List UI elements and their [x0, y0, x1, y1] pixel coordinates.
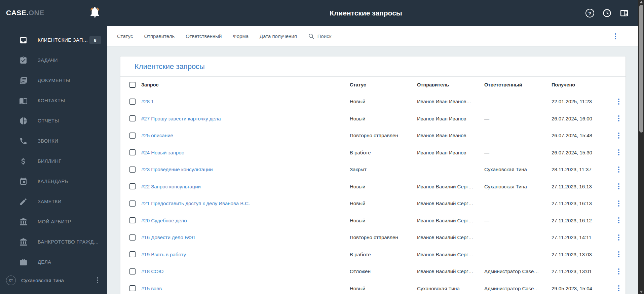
request-sender: Иванов Василий Серг… — [417, 234, 484, 240]
sidebar-nav: КЛИЕНТСКИЕ ЗАПРОСЫ 8 ЗАДАЧИ ДОКУМЕНТЫ КО… — [0, 30, 107, 272]
sidebar-item-contacts[interactable]: КОНТАКТЫ — [0, 90, 107, 111]
row-actions-kebab-icon[interactable] — [617, 97, 621, 106]
dollar-icon — [19, 157, 28, 166]
row-actions-kebab-icon[interactable] — [617, 233, 621, 242]
row-checkbox[interactable] — [129, 183, 136, 189]
table-row: #27 Прошу завести карточку дела Новый Ив… — [120, 110, 626, 127]
row-actions-kebab-icon[interactable] — [617, 165, 621, 174]
page-scrollbar[interactable] — [638, 0, 644, 294]
sidebar-item-billing[interactable]: БИЛЛИНГ — [0, 151, 107, 171]
row-actions-kebab-icon[interactable] — [617, 267, 621, 276]
request-received: 26.07.2024, 15:30 — [552, 150, 612, 155]
row-checkbox[interactable] — [129, 200, 136, 207]
row-checkbox[interactable] — [129, 285, 136, 291]
request-title-link[interactable]: #19 Взять в работу — [141, 252, 350, 257]
sidebar-item-reports[interactable]: ОТЧЕТЫ — [0, 111, 107, 131]
row-checkbox[interactable] — [129, 217, 136, 223]
request-title-link[interactable]: #18 СОЮ — [141, 268, 350, 274]
row-actions-kebab-icon[interactable] — [617, 182, 621, 191]
row-checkbox[interactable] — [129, 115, 136, 121]
sidebar-item-calls[interactable]: ЗВОНКИ — [0, 131, 107, 151]
row-checkbox[interactable] — [129, 268, 136, 274]
row-checkbox[interactable] — [129, 251, 136, 257]
sidebar-item-client-requests[interactable]: КЛИЕНТСКИЕ ЗАПРОСЫ 8 — [0, 30, 107, 50]
request-status: В работе — [350, 252, 417, 257]
row-actions-kebab-icon[interactable] — [617, 148, 621, 157]
request-received: 22.01.2025, 11:23 — [552, 99, 612, 104]
page-title: Клиентские запросы — [107, 0, 625, 26]
request-responsible: Сухановская Тина — [484, 184, 552, 189]
user-name: Сухановская Тина — [21, 278, 64, 283]
row-actions-kebab-icon[interactable] — [617, 199, 621, 208]
row-actions-kebab-icon[interactable] — [617, 216, 621, 225]
filter-sender[interactable]: Отправитель — [144, 33, 175, 39]
filter-received-date[interactable]: Дата получения — [260, 33, 297, 39]
sidebar-item-notes[interactable]: ЗАМЕТКИ — [0, 191, 107, 212]
row-checkbox[interactable] — [129, 167, 136, 173]
request-received: 27.11.2023, 14:11 — [552, 234, 612, 240]
request-title-link[interactable]: #20 Судебное дело — [141, 218, 350, 223]
row-checkbox[interactable] — [129, 99, 136, 105]
open-book-icon — [19, 97, 28, 105]
sidebar-item-cases[interactable]: ДЕЛА — [0, 252, 107, 272]
request-received: 26.07.2024, 16:00 — [552, 116, 612, 121]
row-checkbox[interactable] — [129, 133, 136, 139]
sidebar-item-tasks[interactable]: ЗАДАЧИ — [0, 50, 107, 70]
request-title-link[interactable]: #23 Проведение консультации — [141, 167, 350, 172]
row-actions-kebab-icon[interactable] — [617, 114, 621, 123]
filter-form[interactable]: Форма — [233, 33, 249, 39]
request-title-link[interactable]: #22 Запрос консультации — [141, 184, 350, 189]
table-row: #18 СОЮ Отложен Иванов Василий Серг… Адм… — [120, 263, 626, 280]
search-control[interactable]: Поиск — [308, 33, 332, 39]
scrollbar-thumb[interactable] — [639, 5, 643, 133]
row-actions-kebab-icon[interactable] — [617, 284, 621, 293]
row-checkbox[interactable] — [129, 234, 136, 241]
table-row: #25 описание Повторно отправлен Иванов И… — [120, 127, 626, 144]
sidebar-item-documents[interactable]: ДОКУМЕНТЫ — [0, 70, 107, 90]
filter-options-kebab-icon[interactable] — [613, 32, 617, 41]
scroll-up-arrow-icon[interactable] — [640, 1, 643, 3]
request-status: Новый — [350, 218, 417, 223]
sidebar-item-label: ЗАМЕТКИ — [38, 199, 62, 204]
notifications-bell-icon[interactable] — [88, 6, 101, 19]
col-header-responsible: Ответственный — [484, 82, 552, 87]
select-all-checkbox[interactable] — [129, 82, 136, 88]
search-icon — [308, 33, 314, 39]
request-status: В работе — [350, 150, 417, 155]
request-title-link[interactable]: #25 описание — [141, 133, 350, 138]
row-checkbox[interactable] — [129, 149, 136, 155]
search-placeholder: Поиск — [317, 33, 332, 39]
request-sender: Иванов Василий Серг… — [417, 268, 484, 274]
sidebar-item-bankruptcy[interactable]: БАНКРОТСТВО ГРАЖДАН И … — [0, 232, 107, 252]
request-status: Новый — [350, 116, 417, 121]
request-title-link[interactable]: #24 Новый запрос — [141, 150, 350, 155]
request-title-link[interactable]: #16 Довести дело БФЛ — [141, 234, 350, 240]
request-sender: Иванов Иван Иванов — [417, 150, 484, 155]
inbox-icon — [19, 36, 28, 44]
user-row[interactable]: ст Сухановская Тина — [0, 273, 107, 288]
request-responsible: — — [484, 234, 552, 240]
calendar-icon — [19, 177, 28, 186]
request-title-link[interactable]: #27 Прошу завести карточку дела — [141, 116, 350, 121]
user-menu-kebab-icon[interactable] — [96, 276, 100, 285]
scroll-down-arrow-icon[interactable] — [640, 291, 643, 293]
request-received: 27.11.2023, 13:01 — [552, 268, 612, 274]
help-icon[interactable]: ? — [585, 8, 595, 18]
filter-responsible[interactable]: Ответственный — [186, 33, 222, 39]
request-status: Новый — [350, 99, 417, 104]
pie-chart-icon — [19, 117, 28, 125]
sidebar-item-calendar[interactable]: КАЛЕНДАРЬ — [0, 171, 107, 191]
bank-icon — [19, 238, 28, 246]
request-title-link[interactable]: #28 1 — [141, 99, 350, 104]
sidebar-item-label: КЛИЕНТСКИЕ ЗАПРОСЫ — [38, 37, 89, 43]
sidebar-item-my-arbitr[interactable]: МОЙ АРБИТР — [0, 212, 107, 232]
filter-status[interactable]: Статус — [117, 33, 133, 39]
request-title-link[interactable]: #21 Предоставить доступ к делу Иванова В… — [141, 200, 350, 206]
request-received: 27.11.2023, 13:03 — [552, 252, 612, 257]
history-clock-icon[interactable] — [602, 8, 612, 18]
col-header-sender: Отправитель — [417, 82, 484, 87]
row-actions-kebab-icon[interactable] — [617, 250, 621, 259]
row-actions-kebab-icon[interactable] — [617, 131, 621, 140]
request-title-link[interactable]: #15 вавв — [141, 286, 350, 291]
layout-panel-icon[interactable] — [619, 8, 629, 18]
